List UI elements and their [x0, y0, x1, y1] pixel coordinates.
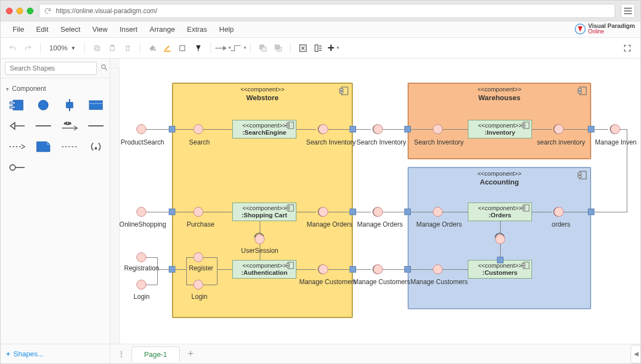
port[interactable]	[404, 209, 411, 215]
brand-logo: Visual Paradigm Online	[575, 23, 635, 34]
interface-ball[interactable]	[373, 207, 383, 217]
paste-button[interactable]	[106, 42, 119, 55]
minimize-window-icon[interactable]	[16, 8, 23, 14]
shape-required-interface-icon[interactable]	[9, 120, 25, 132]
menu-select[interactable]: Select	[55, 23, 85, 36]
component-search-engine[interactable]: <<component>> :SearchEngine	[232, 120, 296, 138]
url-bar[interactable]: https://online.visual-paradigm.com/	[39, 4, 615, 18]
interface-ball[interactable]	[136, 280, 146, 290]
menu-edit[interactable]: Edit	[31, 23, 54, 36]
interface-ball[interactable]	[193, 124, 203, 134]
interface-ball[interactable]	[610, 124, 620, 134]
interface-ball[interactable]	[554, 124, 564, 134]
shape-port-icon[interactable]	[62, 99, 77, 111]
shape-component-icon[interactable]	[9, 99, 25, 111]
port[interactable]	[169, 266, 175, 273]
interface-ball[interactable]	[136, 124, 146, 134]
close-window-icon[interactable]	[6, 8, 13, 14]
interface-ball[interactable]	[373, 124, 383, 134]
fit-width-button[interactable]	[312, 42, 325, 55]
border-style-button[interactable]	[176, 42, 190, 55]
menu-view[interactable]: View	[87, 23, 113, 36]
fullscreen-button[interactable]	[621, 42, 634, 55]
interface-ball[interactable]	[554, 207, 564, 217]
menu-extras[interactable]: Extras	[181, 23, 213, 36]
menu-insert[interactable]: Insert	[114, 23, 143, 36]
component-authentication[interactable]: <<component>> :Authentication	[232, 260, 296, 279]
port[interactable]	[497, 257, 503, 263]
port[interactable]	[404, 126, 411, 132]
to-back-button[interactable]	[272, 42, 285, 55]
format-painter-button[interactable]	[192, 42, 205, 55]
url-text: https://online.visual-paradigm.com/	[56, 7, 157, 15]
interface-ball[interactable]	[495, 234, 505, 244]
interface-ball[interactable]	[373, 264, 383, 274]
copy-button[interactable]	[90, 42, 104, 55]
menu-help[interactable]: Help	[214, 23, 239, 36]
canvas-area[interactable]: <<component>>Webstore <<component>>Wareh…	[110, 59, 640, 344]
fill-button[interactable]	[146, 42, 159, 55]
port[interactable]	[169, 209, 175, 215]
undo-button[interactable]	[6, 42, 19, 55]
interface-ball[interactable]	[433, 207, 443, 217]
shape-dependency-icon[interactable]	[9, 141, 25, 153]
interface-ball[interactable]	[193, 207, 203, 217]
port[interactable]	[350, 209, 356, 215]
arrow-style-button[interactable]: ▼	[216, 42, 230, 55]
shape-dashed-line-icon[interactable]	[62, 141, 77, 153]
port[interactable]	[588, 209, 594, 215]
refresh-icon[interactable]	[44, 7, 51, 15]
menu-arrange[interactable]: Arrange	[144, 23, 180, 36]
interface-ball[interactable]	[136, 252, 146, 262]
search-shapes-input[interactable]	[5, 62, 97, 75]
pages-menu-icon[interactable]: ⋮	[113, 350, 129, 358]
component-icon	[340, 87, 348, 95]
add-page-button[interactable]: +	[184, 348, 197, 361]
port[interactable]	[350, 266, 356, 273]
shape-connector-icon[interactable]	[36, 120, 51, 132]
interface-ball[interactable]	[136, 207, 146, 217]
collapse-panel-button[interactable]: ◀	[631, 345, 640, 363]
interface-ball[interactable]	[318, 124, 328, 134]
shape-note-icon[interactable]	[36, 141, 51, 153]
interface-ball[interactable]	[193, 280, 203, 290]
interface-ball[interactable]	[193, 252, 203, 262]
browser-menu-button[interactable]	[621, 4, 635, 18]
line-color-button[interactable]	[161, 42, 174, 55]
shape-lollipop-icon[interactable]	[9, 161, 25, 174]
shape-line-icon[interactable]	[88, 120, 104, 132]
port[interactable]	[169, 126, 175, 132]
insert-button[interactable]: +▼	[327, 42, 340, 55]
interface-ball[interactable]	[433, 264, 443, 274]
fit-page-button[interactable]	[296, 42, 310, 55]
search-icon[interactable]	[100, 63, 108, 73]
component-orders[interactable]: <<component>> :Orders	[468, 203, 532, 221]
page-tab-1[interactable]: Page-1	[131, 346, 180, 362]
port[interactable]	[404, 266, 411, 273]
shape-constraint-icon[interactable]	[88, 141, 104, 153]
interface-ball[interactable]	[255, 234, 265, 244]
to-front-button[interactable]	[256, 42, 270, 55]
shape-usage-icon[interactable]: «U»	[62, 120, 77, 132]
redo-button[interactable]	[21, 42, 35, 55]
svg-line-20	[105, 68, 107, 71]
component-shopping-cart[interactable]: <<component>> :Shopping Cart	[232, 203, 296, 221]
label-manage-orders-ws: Manage Orders	[304, 221, 356, 228]
interface-ball[interactable]	[433, 124, 443, 134]
diagram[interactable]: <<component>>Webstore <<component>>Wareh…	[120, 68, 640, 344]
interface-ball[interactable]	[318, 207, 328, 217]
palette-group-header[interactable]: Component	[6, 83, 104, 98]
delete-button[interactable]	[121, 42, 134, 55]
port[interactable]	[588, 126, 594, 132]
zoom-dropdown[interactable]: 100%▼	[46, 44, 79, 52]
shape-box-icon[interactable]	[88, 99, 104, 111]
maximize-window-icon[interactable]	[27, 8, 33, 14]
interface-ball[interactable]	[318, 264, 328, 274]
component-inventory[interactable]: <<component>> :Inventory	[468, 120, 532, 138]
shapes-link[interactable]: + Shapes...	[1, 344, 110, 363]
menu-file[interactable]: File	[7, 23, 30, 36]
connector-style-button[interactable]: ▼	[232, 42, 245, 55]
port[interactable]	[350, 126, 356, 132]
shapes-link-label: Shapes...	[14, 350, 44, 358]
shape-interface-icon[interactable]	[36, 99, 51, 111]
